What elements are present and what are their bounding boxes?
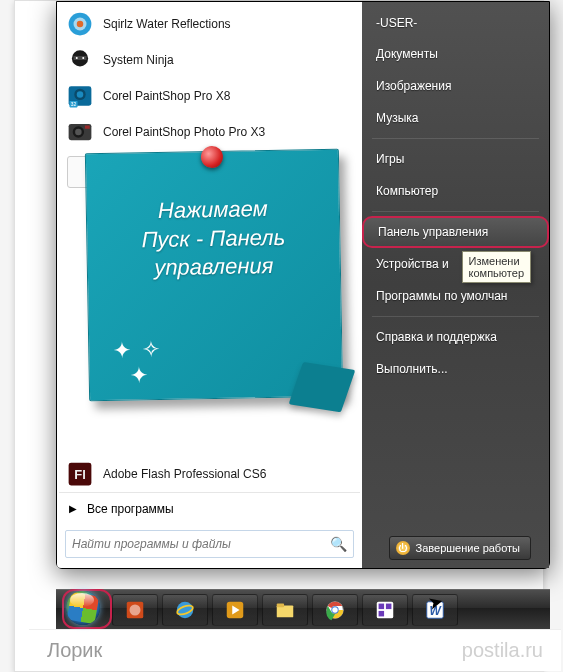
program-sqirlz[interactable]: Sqirlz Water Reflections	[59, 6, 360, 42]
svg-point-2	[77, 21, 84, 28]
shutdown-button[interactable]: ⏻ Завершение работы	[389, 536, 531, 560]
svg-point-6	[82, 57, 84, 59]
taskbar: W	[56, 589, 550, 629]
program-corel-psp-x8[interactable]: 32 Corel PaintShop Pro X8	[59, 78, 360, 114]
user-item[interactable]: -USER-	[362, 8, 549, 38]
attribution-bar: Лорик postila.ru	[29, 629, 561, 671]
shutdown-label: Завершение работы	[416, 542, 520, 554]
games-item[interactable]: Игры	[362, 143, 549, 175]
svg-rect-33	[379, 610, 385, 616]
instruction-sticky-note: Нажимаем Пуск - Панель управления ✦ ✧ ✦	[85, 149, 343, 401]
computer-item[interactable]: Компьютер	[362, 175, 549, 207]
all-programs[interactable]: ▶ Все программы	[59, 492, 360, 524]
taskbar-ie[interactable]	[162, 594, 208, 626]
author-name: Лорик	[47, 639, 102, 662]
shutdown-icon: ⏻	[396, 541, 410, 555]
program-label: Sqirlz Water Reflections	[103, 17, 231, 31]
taskbar-explorer[interactable]	[262, 594, 308, 626]
separator	[372, 316, 539, 317]
svg-rect-15	[85, 126, 90, 129]
taskbar-media-player[interactable]	[212, 594, 258, 626]
search-box[interactable]: 🔍	[65, 530, 354, 558]
taskbar-app-1[interactable]	[112, 594, 158, 626]
control-panel-item[interactable]: Панель управления	[362, 216, 549, 248]
music-item[interactable]: Музыка	[362, 102, 549, 134]
start-button[interactable]	[66, 591, 108, 627]
site-name: postila.ru	[462, 639, 543, 662]
note-text: Нажимаем Пуск - Панель управления	[141, 195, 286, 283]
separator	[372, 138, 539, 139]
program-flash-cs6[interactable]: Fl Adobe Flash Professional CS6	[59, 456, 360, 492]
run-item[interactable]: Выполнить...	[362, 353, 549, 385]
program-label: Corel PaintShop Pro X8	[103, 89, 230, 103]
documents-item[interactable]: Документы	[362, 38, 549, 70]
svg-text:32: 32	[71, 102, 77, 107]
star-decoration-icon: ✦ ✧ ✦	[113, 337, 162, 390]
windows-orb-icon	[66, 591, 100, 625]
svg-text:Fl: Fl	[74, 467, 86, 482]
svg-point-5	[76, 57, 78, 59]
svg-rect-25	[277, 603, 284, 607]
pictures-item[interactable]: Изображения	[362, 70, 549, 102]
psp-icon: 32	[65, 81, 95, 111]
control-panel-tooltip: Изменени компьютер	[462, 251, 531, 283]
svg-point-9	[77, 91, 84, 98]
program-label: Adobe Flash Professional CS6	[103, 467, 266, 481]
flash-icon: Fl	[65, 459, 95, 489]
separator	[372, 211, 539, 212]
program-system-ninja[interactable]: System Ninja	[59, 42, 360, 78]
arrow-right-icon: ▶	[69, 503, 77, 514]
svg-rect-4	[74, 56, 87, 60]
help-item[interactable]: Справка и поддержка	[362, 321, 549, 353]
program-corel-psp-x3[interactable]: Corel PaintShop Photo Pro X3	[59, 114, 360, 150]
taskbar-chrome[interactable]	[312, 594, 358, 626]
svg-rect-32	[386, 603, 392, 609]
default-programs-item[interactable]: Программы по умолчан	[362, 280, 549, 312]
psp3-icon	[65, 117, 95, 147]
svg-point-19	[130, 604, 141, 615]
svg-rect-31	[379, 603, 385, 609]
shutdown-area: ⏻ Завершение работы	[389, 536, 531, 560]
ninja-icon	[65, 45, 95, 75]
taskbar-app-2[interactable]	[362, 594, 408, 626]
search-icon[interactable]: 🔍	[330, 536, 347, 552]
sqirlz-icon	[65, 9, 95, 39]
start-menu-right-panel: -USER- Документы Изображения Музыка Игры…	[362, 2, 549, 568]
program-label: Corel PaintShop Photo Pro X3	[103, 125, 265, 139]
svg-point-14	[75, 129, 82, 136]
search-input[interactable]	[72, 537, 330, 551]
all-programs-label: Все программы	[87, 502, 174, 516]
svg-point-29	[332, 607, 338, 613]
program-label: System Ninja	[103, 53, 174, 67]
